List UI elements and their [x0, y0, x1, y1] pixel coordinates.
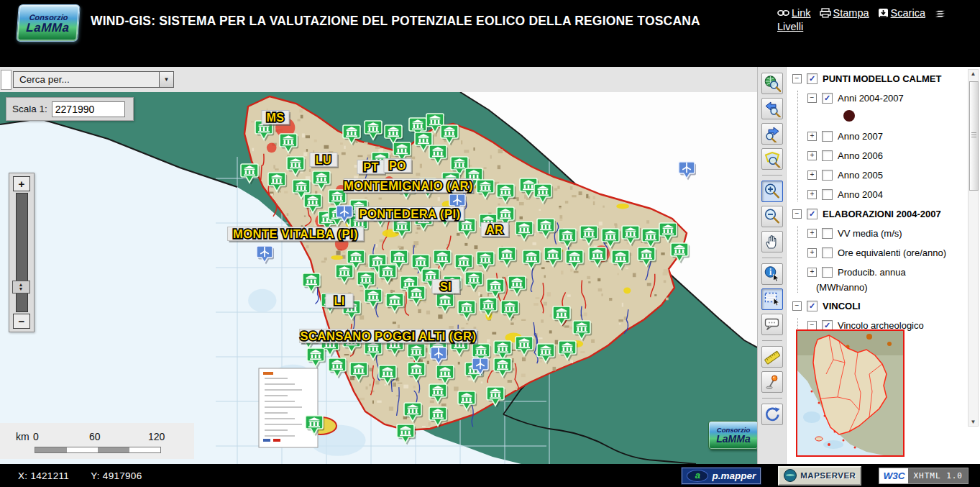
chevron-down-icon[interactable]: ▼ [159, 72, 173, 87]
scroll-down-arrow[interactable]: ▼ [968, 419, 978, 425]
layer-checkbox[interactable]: ✓ [807, 301, 818, 311]
link-livelli[interactable]: Livelli [777, 21, 803, 32]
layer-label: Anni 2004-2007 [838, 93, 904, 104]
scrollbar-thumb[interactable] [969, 81, 979, 191]
tree-expander-icon[interactable]: + [807, 248, 817, 258]
overview-map[interactable] [796, 329, 905, 457]
layer-row: +Ore equivalenti (ore/anno) [807, 245, 968, 260]
search-by-selected-value: Cerca per... [14, 72, 159, 87]
map-label: PT [357, 160, 386, 176]
tree-expander-icon[interactable]: + [807, 229, 817, 238]
link-permalink[interactable]: Link [777, 7, 811, 19]
layer-row: +Anno 2006 [807, 148, 968, 163]
zoom-selected-tool[interactable] [761, 148, 783, 170]
x-value: 1421211 [30, 470, 69, 481]
svg-text:LU: LU [316, 154, 331, 166]
zoom-slider-track[interactable]: ▲▼ [16, 193, 28, 312]
layers-icon[interactable] [934, 8, 947, 18]
link-stampa[interactable]: Stampa [820, 7, 869, 19]
search-by-select[interactable]: Cerca per... ▼ [13, 71, 174, 88]
scale-input[interactable] [52, 101, 125, 117]
zoom-slider-handle[interactable]: ▲▼ [12, 281, 30, 293]
zoom-full-extent-icon [764, 75, 781, 92]
layer-row: +Producib. annua [807, 265, 968, 279]
layer-checkbox[interactable] [822, 247, 833, 258]
tree-expander-icon[interactable]: + [807, 268, 817, 277]
tree-expander-icon[interactable]: − [792, 74, 802, 83]
svg-text:MONTEMIGNAIO (AR): MONTEMIGNAIO (AR) [344, 179, 473, 192]
cursor-coordinates: X: 1421211 Y: 4917906 [18, 470, 142, 481]
link-scarica[interactable]: Scarica [878, 7, 925, 19]
zoom-back-tool[interactable] [761, 98, 783, 119]
layer-checkbox[interactable] [822, 189, 833, 200]
select-rectangle-tool[interactable] [761, 288, 783, 310]
layer-row: +Anno 2007 [807, 129, 968, 143]
tree-expander-icon[interactable]: − [792, 209, 802, 219]
zoom-in-tool[interactable] [761, 181, 783, 202]
layer-checkbox[interactable] [822, 267, 833, 278]
layer-checkbox[interactable]: ✓ [807, 209, 818, 219]
status-bar: X: 1421211 Y: 4917906 a p.mapper MAPSERV… [0, 464, 980, 487]
zoom-out-slider-button[interactable]: − [13, 314, 30, 329]
w3c-xhtml-badge[interactable]: W3C XHTML 1.0 [879, 468, 968, 484]
add-point-tool[interactable] [761, 371, 783, 393]
pan-tool[interactable] [761, 231, 783, 252]
layer-label: Anno 2004 [838, 189, 883, 200]
layer-row: +Anno 2004 [807, 187, 968, 201]
tree-expander-icon[interactable]: − [807, 94, 817, 103]
tree-expander-icon[interactable]: + [807, 190, 817, 199]
map-label: LI [326, 294, 354, 310]
map-label: SCANSANO POGGI ALTI (GR) [300, 329, 478, 345]
consorzio-lamma-logo[interactable]: Consorzio LaMMa [16, 4, 81, 42]
layer-checkbox[interactable]: ✓ [822, 93, 833, 104]
app-header: Consorzio LaMMa WIND-GIS: SISTEMA PER LA… [0, 0, 980, 67]
tooltip-query-icon [764, 316, 781, 333]
layer-row: +VV media (m/s) [807, 226, 968, 240]
identify-tool[interactable]: i [761, 263, 783, 285]
zoom-full-extent-tool[interactable] [761, 73, 783, 94]
map-canvas[interactable]: MSLUPTPOMONTEMIGNAIO (AR)PONTEDERA (PI)A… [0, 92, 757, 464]
layer-row: +Anno 2005 [807, 168, 968, 182]
svg-text:AR: AR [486, 224, 503, 236]
tree-expander-icon[interactable]: + [807, 132, 817, 141]
zoom-in-slider-button[interactable]: + [13, 176, 30, 191]
map-toolbar: i [757, 67, 786, 464]
tree-expander-icon[interactable]: − [792, 301, 802, 311]
measure-icon [764, 348, 781, 365]
zoom-back-icon [764, 100, 781, 117]
svg-text:SI: SI [440, 281, 452, 293]
layer-checkbox[interactable] [822, 228, 833, 239]
scale-label: Scala 1: [12, 104, 47, 114]
mapserver-badge[interactable]: MAPSERVER [778, 466, 861, 486]
layer-checkbox[interactable]: ✓ [807, 73, 818, 84]
map-label: PO [384, 159, 413, 175]
zoom-out-tool[interactable] [761, 206, 783, 227]
scalebar: km 0 60 120 [0, 423, 194, 459]
map-region: Cerca per... ▼ MSLUPTPOMONTEMIGNAIO (AR)… [0, 67, 757, 464]
tree-expander-icon[interactable]: + [807, 170, 817, 180]
layer-checkbox[interactable] [822, 150, 833, 161]
pmapper-a-icon: a [687, 470, 708, 482]
layer-label: VV media (m/s) [838, 228, 902, 239]
refresh-tool[interactable] [761, 404, 783, 425]
tree-expander-icon[interactable]: − [807, 321, 817, 330]
panel-scrollbar[interactable]: ▲ ▼ [968, 69, 979, 427]
layer-tree: −✓PUNTI MODELLO CALMET−✓Anni 2004-2007+A… [792, 71, 968, 355]
tree-expander-icon[interactable]: + [807, 151, 817, 160]
zoom-out-icon [764, 208, 781, 225]
pmapper-badge[interactable]: a p.mapper [682, 468, 761, 484]
toolbar-separator [762, 175, 782, 176]
legend-calmet-point-symbol [843, 110, 855, 122]
map-label: MONTE VITALBA (PI) [228, 227, 365, 243]
svg-text:SCANSANO POGGI ALTI (GR): SCANSANO POGGI ALTI (GR) [301, 329, 477, 342]
scroll-up-arrow[interactable]: ▲ [968, 70, 978, 77]
layer-checkbox[interactable] [822, 131, 833, 142]
measure-tool[interactable] [761, 346, 783, 368]
toolbar-separator [762, 340, 782, 341]
zoom-forward-icon [764, 125, 781, 142]
x-label: X: [18, 470, 27, 481]
zoom-forward-tool[interactable] [761, 123, 783, 145]
tooltip-query-tool[interactable] [761, 314, 783, 335]
zoom-slider: + ▲▼ − [9, 173, 35, 332]
layer-checkbox[interactable] [822, 170, 833, 181]
